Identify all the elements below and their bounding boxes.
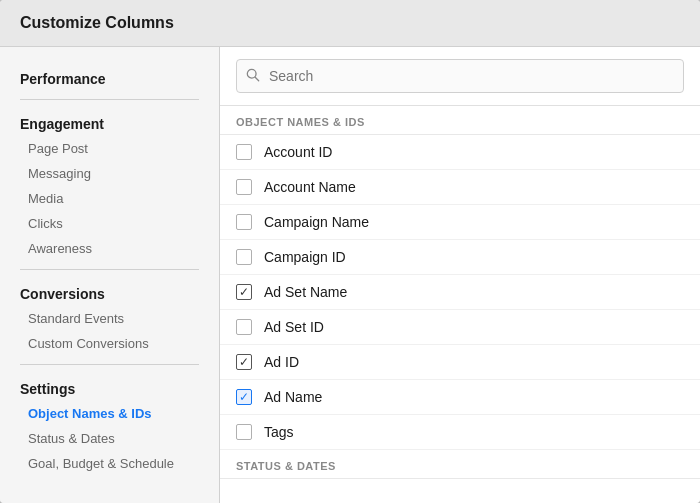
column-item-ad-id[interactable]: ✓ Ad ID (220, 345, 700, 380)
group-header-object-names: OBJECT NAMES & IDS (220, 106, 700, 135)
sidebar: Performance Engagement Page Post Messagi… (0, 47, 220, 503)
checkbox-ad-set-name[interactable]: ✓ (236, 284, 252, 300)
sidebar-item-goal-budget-schedule[interactable]: Goal, Budget & Schedule (0, 451, 219, 476)
column-label-ad-set-id: Ad Set ID (264, 319, 324, 335)
checkmark-ad-name: ✓ (239, 390, 249, 404)
sidebar-section-conversions: Conversions (0, 278, 219, 306)
column-item-ad-set-name[interactable]: ✓ Ad Set Name (220, 275, 700, 310)
sidebar-item-messaging[interactable]: Messaging (0, 161, 219, 186)
sidebar-item-page-post[interactable]: Page Post (0, 136, 219, 161)
checkbox-ad-set-id[interactable] (236, 319, 252, 335)
column-item-campaign-name[interactable]: Campaign Name (220, 205, 700, 240)
sidebar-section-settings: Settings (0, 373, 219, 401)
columns-list: OBJECT NAMES & IDS Account ID Account Na… (220, 106, 700, 503)
modal-title: Customize Columns (20, 14, 680, 32)
sidebar-item-status-dates[interactable]: Status & Dates (0, 426, 219, 451)
sidebar-item-clicks[interactable]: Clicks (0, 211, 219, 236)
checkbox-campaign-name[interactable] (236, 214, 252, 230)
checkbox-campaign-id[interactable] (236, 249, 252, 265)
sidebar-item-object-names-ids[interactable]: Object Names & IDs (0, 401, 219, 426)
checkbox-tags[interactable] (236, 424, 252, 440)
column-item-tags[interactable]: Tags (220, 415, 700, 450)
search-bar (220, 47, 700, 106)
column-item-campaign-id[interactable]: Campaign ID (220, 240, 700, 275)
sidebar-divider-1 (20, 99, 199, 100)
sidebar-divider-3 (20, 364, 199, 365)
sidebar-divider-2 (20, 269, 199, 270)
sidebar-item-custom-conversions[interactable]: Custom Conversions (0, 331, 219, 356)
search-input[interactable] (236, 59, 684, 93)
column-label-ad-name: Ad Name (264, 389, 322, 405)
checkbox-ad-id[interactable]: ✓ (236, 354, 252, 370)
checkmark-ad-set-name: ✓ (239, 285, 249, 299)
modal-body: Performance Engagement Page Post Messagi… (0, 47, 700, 503)
sidebar-item-awareness[interactable]: Awareness (0, 236, 219, 261)
column-item-account-name[interactable]: Account Name (220, 170, 700, 205)
column-label-campaign-name: Campaign Name (264, 214, 369, 230)
column-item-account-id[interactable]: Account ID (220, 135, 700, 170)
column-label-ad-id: Ad ID (264, 354, 299, 370)
column-item-ad-name[interactable]: ✓ Ad Name (220, 380, 700, 415)
content-panel: OBJECT NAMES & IDS Account ID Account Na… (220, 47, 700, 503)
sidebar-section-engagement: Engagement (0, 108, 219, 136)
column-item-ad-set-id[interactable]: Ad Set ID (220, 310, 700, 345)
sidebar-item-standard-events[interactable]: Standard Events (0, 306, 219, 331)
checkbox-account-name[interactable] (236, 179, 252, 195)
svg-line-1 (255, 77, 259, 81)
column-label-account-name: Account Name (264, 179, 356, 195)
column-label-tags: Tags (264, 424, 294, 440)
checkbox-account-id[interactable] (236, 144, 252, 160)
modal-header: Customize Columns (0, 0, 700, 47)
column-label-ad-set-name: Ad Set Name (264, 284, 347, 300)
sidebar-section-performance: Performance (0, 63, 219, 91)
column-label-account-id: Account ID (264, 144, 332, 160)
search-wrapper (236, 59, 684, 93)
sidebar-item-media[interactable]: Media (0, 186, 219, 211)
checkbox-ad-name[interactable]: ✓ (236, 389, 252, 405)
checkmark-ad-id: ✓ (239, 355, 249, 369)
customize-columns-modal: Customize Columns Performance Engagement… (0, 0, 700, 503)
group-header-status-dates: STATUS & DATES (220, 450, 700, 479)
column-label-campaign-id: Campaign ID (264, 249, 346, 265)
search-icon (246, 68, 260, 85)
